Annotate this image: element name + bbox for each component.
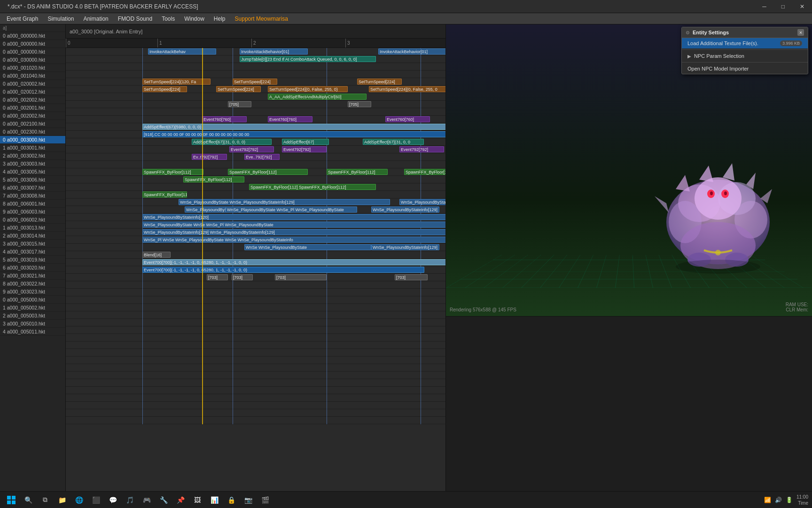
timeline-block[interactable]: SetTurnSpeed[224] [142, 86, 187, 92]
timeline-block[interactable]: SpawnFFX_ByFloor[112] [142, 169, 203, 175]
file-item[interactable]: 9 a000_003023.hkt [0, 288, 65, 296]
menu-event-graph[interactable]: Event Graph [2, 15, 43, 23]
file-item[interactable]: 1 a000_003013.hkt [0, 224, 65, 232]
terminal-btn[interactable]: ⬛ [88, 493, 103, 507]
timeline-block[interactable]: InvokeAttackBehavior[01] [240, 48, 308, 55]
timeline-block[interactable]: WnSe_PlaysoundByStateInfo[129] WnSe_Play… [142, 229, 445, 235]
file-item[interactable]: 0 a000_002002.hkt [0, 96, 65, 104]
file-item[interactable]: 5 a000_003019.hkt [0, 256, 65, 264]
file-item[interactable]: 4 a000_003005.hkt [0, 168, 65, 176]
minimize-btn[interactable]: ─ [758, 3, 770, 10]
file-item[interactable]: 8 a000_006001.hkt [0, 200, 65, 208]
timeline-block[interactable]: [703] [207, 274, 228, 280]
task-view-btn[interactable]: ⧉ [38, 493, 53, 507]
close-btn[interactable]: ✕ [796, 3, 808, 10]
file-item[interactable]: 0 a000_000000.hkt [0, 40, 65, 48]
timeline-ruler[interactable]: 0 1 2 3 [66, 39, 445, 48]
file-item[interactable]: 2 a000_005003.hkt [0, 312, 65, 320]
timeline-row[interactable] [66, 326, 445, 334]
file-item[interactable]: 9 a000_006003.hkt [0, 208, 65, 216]
file-item[interactable]: 6 a000_003020.hkt [0, 264, 65, 272]
timeline-row[interactable] [66, 101, 445, 108]
timeline-block[interactable]: Event700[700](-1, -1, -1, -1, 0, 65280, … [142, 259, 445, 265]
file-item[interactable]: 2 a000_003014.hkt [0, 232, 65, 240]
menu-help[interactable]: Help [209, 15, 230, 23]
explorer-btn[interactable]: 📁 [55, 493, 70, 507]
menu-support[interactable]: Support Meowmarisa [230, 15, 293, 23]
timeline-block[interactable]: SetTurnSpeed[224] [357, 79, 402, 85]
file-item[interactable]: 3 a000_005010.hkt [0, 320, 65, 328]
file-item[interactable]: 1 a000_005002.hkt [0, 304, 65, 312]
timeline-block[interactable]: Event700[700](-1, -1, -1, -1, 0, 65280, … [142, 267, 424, 273]
file-item[interactable]: 0 a000_005000.hkt [0, 296, 65, 304]
file-item[interactable]: 0 a000_002002.hkt [0, 112, 65, 120]
discord-btn[interactable]: 💬 [105, 493, 120, 507]
app5-btn[interactable]: 🔒 [224, 493, 239, 507]
file-item[interactable]: 3 a000_003015.hkt [0, 240, 65, 248]
timeline-row[interactable] [66, 71, 445, 78]
timeline-row[interactable] [66, 289, 445, 296]
timeline-row[interactable] [66, 281, 445, 289]
maximize-btn[interactable]: □ [778, 3, 789, 10]
timeline-block[interactable]: Event792[792] [399, 146, 444, 152]
timeline-row[interactable] [66, 394, 445, 402]
timeline-block[interactable]: Event792[792] [282, 146, 327, 152]
timeline-row[interactable] [66, 372, 445, 379]
app6-btn[interactable]: 📷 [241, 493, 256, 507]
timeline-block[interactable]: Event760[760] [385, 116, 430, 122]
timeline-block[interactable]: [705] [228, 101, 251, 107]
timeline-block[interactable]: Eve..792[792] [244, 154, 280, 160]
app2-btn[interactable]: 📌 [173, 493, 188, 507]
timeline-block[interactable]: InvokeAttackBehav [148, 48, 216, 55]
timeline-row[interactable] [66, 387, 445, 394]
timeline-block[interactable]: WnSe_PlaysoundByState WnSe WnSe_Pl WnSe_… [142, 222, 445, 228]
file-item[interactable]: 0 a000_020002.hkt [0, 80, 65, 88]
timeline-block[interactable]: AddSpEffect(67)(5980, 0, 0, 0) [142, 124, 445, 130]
timeline-block[interactable]: SpawnFFX_ByFloor[112] [327, 169, 388, 175]
app1-btn[interactable]: 🔧 [156, 493, 171, 507]
timeline-row[interactable] [66, 304, 445, 311]
timeline-block[interactable]: JumpTable[0][23 End If AI ComboAttack Qu… [240, 56, 376, 62]
timeline-block[interactable]: SetTurnSpeed[224] [233, 79, 277, 85]
timeline-row[interactable] [66, 191, 445, 198]
network-icon[interactable]: 📶 [764, 497, 771, 503]
file-item[interactable]: 0 a000_030000.hkt [0, 56, 65, 64]
timeline-block[interactable]: WnSe_PlaysoundByStateInfo[129] [371, 206, 439, 213]
timeline-row[interactable] [66, 108, 445, 116]
timeline-row[interactable] [66, 341, 445, 349]
timeline-block[interactable]: SetTurnSpeed[224](0, False, 255, 0) [268, 86, 348, 92]
timeline-block[interactable]: WnSe_PlaysoundByStateInfo[129] [399, 199, 445, 205]
chrome-btn[interactable]: 🌐 [71, 493, 86, 507]
file-item[interactable]: 4 a000_005011.hkt [0, 328, 65, 336]
volume-icon[interactable]: 🔊 [775, 497, 782, 503]
menu-window[interactable]: Window [180, 15, 209, 23]
timeline-row[interactable] [66, 311, 445, 319]
file-item[interactable]: 0 a000_001040.hkt [0, 72, 65, 80]
file-item[interactable]: 2 a000_003002.hkt [0, 152, 65, 160]
menu-tools[interactable]: Tools [157, 15, 180, 23]
timeline-block[interactable]: Ev..t792[792] [192, 154, 227, 160]
file-item[interactable]: 0 a000_002001.hkt [0, 104, 65, 112]
file-item[interactable]: 0 a000_000000.hkt [0, 32, 65, 40]
file-item[interactable]: 0 a000_002100.hkt [0, 120, 65, 128]
search-btn[interactable]: 🔍 [21, 493, 36, 507]
timeline-row[interactable] [66, 379, 445, 387]
timeline-row[interactable] [66, 334, 445, 341]
timeline-row[interactable] [66, 63, 445, 71]
timeline-row[interactable] [66, 409, 445, 417]
timeline-block[interactable]: WnSe_PlaysoundByState WnSe_Pl WnSe_Plays… [226, 206, 357, 213]
timeline-row[interactable] [66, 93, 445, 101]
timeline-block[interactable]: WnSe_Pl WnSe WnSe_PlaysoundByState WnSe … [142, 237, 445, 243]
battery-icon[interactable]: 🔋 [786, 497, 793, 503]
app3-btn[interactable]: 🖼 [190, 493, 205, 507]
timeline-block[interactable]: A_AA_AddSpEffectAndMultiplyCtrl[60] [268, 94, 367, 100]
file-item[interactable]: 0 a000_000000.hkt [0, 48, 65, 56]
timeline-block[interactable]: Event792[792] [229, 146, 274, 152]
timeline-block[interactable]: AddSpEffect[67] [282, 139, 329, 145]
menu-animation[interactable]: Animation [78, 15, 113, 23]
timeline-block[interactable]: SpawnFFX_ByFloor[112] [142, 191, 187, 198]
app7-btn[interactable]: 🎬 [258, 493, 273, 507]
timeline-block[interactable]: SpawnFFX_ByFloor[112] [228, 169, 308, 175]
timeline-block[interactable]: AddSpEffect[67](31, 0, 0 [363, 139, 424, 145]
file-item[interactable]: 0 a000_020012.hkt [0, 88, 65, 96]
